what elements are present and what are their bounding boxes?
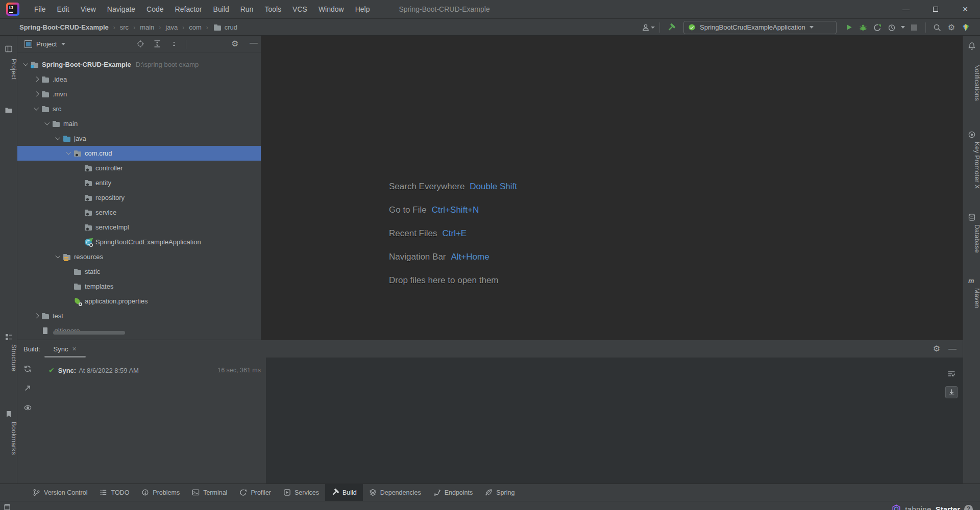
breadcrumb-src[interactable]: src bbox=[120, 23, 129, 31]
toolbar-problems[interactable]: Problems bbox=[135, 484, 186, 501]
chevron-right-icon[interactable] bbox=[32, 312, 41, 320]
menu-file[interactable]: File bbox=[29, 0, 52, 18]
toolbar-todo[interactable]: TODO bbox=[93, 484, 135, 501]
hide-build-panel-button[interactable]: — bbox=[948, 344, 957, 353]
menu-build[interactable]: Build bbox=[208, 0, 235, 18]
search-everywhere-button[interactable] bbox=[930, 21, 944, 34]
tree-item-main[interactable]: main bbox=[17, 116, 261, 131]
tree-item-test[interactable]: test bbox=[17, 309, 261, 323]
plugin-gem-button[interactable] bbox=[959, 21, 973, 34]
expand-all-button[interactable] bbox=[153, 40, 161, 48]
more-run-options-button[interactable] bbox=[899, 21, 907, 34]
project-panel-title[interactable]: Project bbox=[36, 40, 57, 48]
help-question-icon[interactable]: ? bbox=[964, 505, 973, 510]
stripe-label-bookmarks[interactable]: Bookmarks bbox=[0, 422, 17, 455]
profiler-button[interactable] bbox=[870, 21, 885, 34]
tree-item-java[interactable]: java bbox=[17, 131, 261, 146]
toolbar-dependencies[interactable]: Dependencies bbox=[363, 484, 427, 501]
menu-view[interactable]: View bbox=[75, 0, 102, 18]
sync-status-row[interactable]: ✔ Sync: At 8/6/2022 8:59 AM 16 sec, 361 … bbox=[48, 366, 261, 374]
database-icon[interactable] bbox=[968, 213, 976, 221]
bookmarks-toolwindow-icon[interactable] bbox=[5, 410, 13, 418]
chevron-right-icon[interactable] bbox=[32, 75, 41, 84]
menu-code[interactable]: Code bbox=[141, 0, 169, 18]
run-with-coverage-button[interactable] bbox=[885, 21, 899, 34]
tree-item-static[interactable]: static bbox=[17, 264, 261, 279]
menu-edit[interactable]: Edit bbox=[52, 0, 75, 18]
toolbar-terminal[interactable]: Terminal bbox=[186, 484, 233, 501]
tree-item-application-properties[interactable]: application.properties bbox=[17, 294, 261, 309]
settings-button[interactable]: ⚙ bbox=[944, 21, 959, 34]
tab-sync[interactable]: Sync × bbox=[52, 340, 79, 358]
menu-refactor[interactable]: Refactor bbox=[169, 0, 208, 18]
menu-tools[interactable]: Tools bbox=[259, 0, 287, 18]
menu-navigate[interactable]: Navigate bbox=[102, 0, 141, 18]
structure-toolwindow-icon[interactable] bbox=[5, 333, 13, 341]
tree-item-serviceimpl[interactable]: serviceImpl bbox=[17, 220, 261, 235]
tree-item-templates[interactable]: templates bbox=[17, 279, 261, 294]
menu-vcs[interactable]: VCS bbox=[287, 0, 313, 18]
tree-item-service[interactable]: service bbox=[17, 205, 261, 220]
debug-button[interactable] bbox=[856, 21, 870, 34]
tree-item-idea[interactable]: .idea bbox=[17, 72, 261, 87]
tree-item-entity[interactable]: entity bbox=[17, 175, 261, 190]
toolwindow-toggle-icon[interactable] bbox=[4, 504, 11, 510]
tree-item-resources[interactable]: resources bbox=[17, 249, 261, 264]
menu-run[interactable]: Run bbox=[235, 0, 259, 18]
tree-item-repository[interactable]: repository bbox=[17, 190, 261, 205]
build-hammer-button[interactable] bbox=[664, 21, 678, 34]
toolbar-endpoints[interactable]: Endpoints bbox=[427, 484, 479, 501]
build-settings-button[interactable]: ⚙ bbox=[933, 344, 940, 353]
menu-window[interactable]: Window bbox=[313, 0, 350, 18]
stripe-label-structure[interactable]: Structure bbox=[0, 344, 17, 371]
scroll-to-end-button[interactable] bbox=[945, 386, 958, 398]
tree-item-application-class[interactable]: SpringBootCrudExampleApplication bbox=[17, 235, 261, 249]
tree-item-mvn[interactable]: .mvn bbox=[17, 87, 261, 101]
breadcrumb-main[interactable]: main bbox=[140, 23, 154, 31]
tree-item-com-crud[interactable]: com.crud bbox=[17, 146, 261, 161]
close-tab-icon[interactable]: × bbox=[72, 345, 76, 353]
chevron-right-icon[interactable] bbox=[32, 90, 41, 98]
project-toolwindow-icon[interactable] bbox=[5, 45, 13, 53]
stop-button[interactable] bbox=[907, 21, 921, 34]
key-promoter-icon[interactable] bbox=[968, 131, 976, 139]
resync-button[interactable] bbox=[23, 365, 32, 373]
minimize-button[interactable]: — bbox=[891, 0, 921, 19]
stripe-label-database[interactable]: Database bbox=[963, 224, 980, 253]
user-avatar-button[interactable] bbox=[641, 21, 655, 34]
toolbar-build[interactable]: Build bbox=[325, 484, 363, 501]
toolbar-profiler[interactable]: Profiler bbox=[233, 484, 277, 501]
tree-item-controller[interactable]: controller bbox=[17, 161, 261, 175]
inspect-eye-button[interactable] bbox=[23, 403, 32, 412]
soft-wrap-button[interactable] bbox=[945, 368, 958, 380]
tree-item-project-root[interactable]: Spring-Boot-CRUD-Example D:\spring boot … bbox=[17, 57, 261, 72]
folder-stripe-icon[interactable] bbox=[5, 106, 13, 114]
stripe-label-maven[interactable]: Maven bbox=[963, 288, 980, 308]
notifications-bell-icon[interactable] bbox=[968, 42, 976, 50]
toolbar-spring[interactable]: Spring bbox=[479, 484, 521, 501]
hide-panel-button[interactable]: — bbox=[250, 38, 258, 47]
close-button[interactable]: × bbox=[950, 0, 980, 19]
tree-item-src[interactable]: src bbox=[17, 101, 261, 116]
toolbar-services[interactable]: Services bbox=[277, 484, 325, 501]
project-options-button[interactable]: ⚙ bbox=[231, 39, 238, 48]
toolbar-version-control[interactable]: Version Control bbox=[27, 484, 93, 501]
jump-to-source-button[interactable] bbox=[23, 384, 32, 392]
chevron-down-icon[interactable] bbox=[21, 60, 30, 69]
chevron-down-icon[interactable] bbox=[61, 43, 65, 45]
maximize-button[interactable] bbox=[921, 0, 950, 19]
breadcrumb-crud[interactable]: crud bbox=[225, 23, 237, 31]
breadcrumb-com[interactable]: com bbox=[189, 23, 202, 31]
chevron-down-icon[interactable] bbox=[54, 134, 62, 143]
run-configuration-select[interactable]: SpringBootCrudExampleApplication bbox=[683, 21, 837, 34]
run-button[interactable] bbox=[842, 21, 856, 34]
chevron-down-icon[interactable] bbox=[32, 105, 41, 113]
collapse-all-button[interactable] bbox=[170, 40, 178, 48]
stripe-label-notifications[interactable]: Notifications bbox=[963, 64, 980, 101]
horizontal-scrollbar[interactable] bbox=[53, 331, 125, 335]
menu-help[interactable]: Help bbox=[350, 0, 376, 18]
locate-file-button[interactable] bbox=[136, 40, 144, 48]
stripe-label-key-promoter[interactable]: Key Promoter X bbox=[963, 142, 980, 189]
chevron-down-icon[interactable] bbox=[54, 252, 62, 261]
chevron-down-icon[interactable] bbox=[64, 149, 73, 158]
